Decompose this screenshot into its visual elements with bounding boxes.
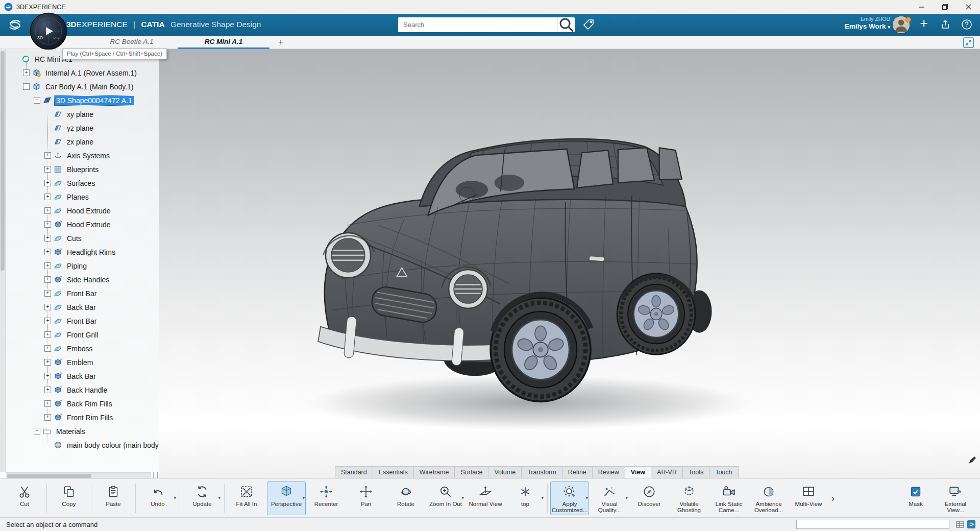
car-model[interactable] — [159, 49, 980, 478]
tree-item-back-handle[interactable]: +Back Handle — [6, 383, 159, 397]
workbench-tab-transform[interactable]: Transform — [521, 466, 562, 478]
tree-expander[interactable]: − — [34, 428, 40, 435]
tree-expander[interactable]: + — [23, 69, 30, 76]
action-volatile-ghosting[interactable]: Volatile Ghosting — [670, 481, 708, 515]
tree-expander[interactable]: + — [44, 180, 51, 186]
tab-rc-mini[interactable]: RC Mini A.1 — [178, 36, 270, 49]
tree-vertical-scrollbar[interactable] — [0, 49, 6, 472]
workbench-tab-ar-vr[interactable]: AR-VR — [651, 466, 683, 478]
tree-expander[interactable]: + — [44, 400, 51, 407]
tree-item-xy-plane[interactable]: xy plane — [6, 107, 159, 121]
tree-expander[interactable]: − — [34, 97, 40, 104]
tree-item-materials[interactable]: −Materials — [6, 424, 159, 438]
tree-expander[interactable]: + — [44, 304, 51, 310]
tree-expander[interactable]: + — [44, 262, 51, 269]
workbench-tab-tools[interactable]: Tools — [682, 466, 709, 478]
action-fit-all-in[interactable]: Fit All In — [227, 481, 266, 515]
tree-item-yz-plane[interactable]: yz plane — [6, 121, 159, 135]
scrollbar-thumb[interactable] — [7, 474, 91, 478]
action-rotate[interactable]: Rotate — [386, 481, 425, 515]
tree-item-back-bar[interactable]: +Back Bar — [6, 300, 159, 314]
tree-expander[interactable]: + — [44, 166, 51, 173]
workbench-tab-essentials[interactable]: Essentials — [373, 466, 414, 478]
tab-rc-beetle[interactable]: RC Beetle A.1 — [86, 36, 178, 49]
close-button[interactable] — [957, 0, 980, 14]
workspace-selector[interactable]: Emilys Work▾ — [845, 22, 890, 30]
action-undo[interactable]: Undo▾ — [138, 481, 177, 515]
search-input[interactable] — [398, 21, 557, 29]
tree-item-side-handles[interactable]: +Side Handles — [6, 273, 159, 286]
action-overflow-button[interactable]: › — [829, 483, 837, 514]
tree-item-car-body-a-1-main-body-1[interactable]: −Car Body A.1 (Main Body.1) — [6, 80, 159, 93]
dropdown-arrow-icon[interactable]: ▾ — [174, 495, 176, 500]
action-top[interactable]: top▾ — [506, 481, 545, 515]
tree-expander[interactable]: + — [44, 152, 51, 159]
tree-item-front-bar[interactable]: +Front Bar — [6, 286, 159, 300]
tree-item-3d-shape00047472-a-1[interactable]: −3D Shape00047472 A.1 — [6, 93, 159, 107]
tree-expander[interactable]: + — [44, 194, 51, 200]
pen-icon[interactable] — [968, 455, 977, 465]
tree-item-zx-plane[interactable]: zx plane — [6, 135, 159, 149]
tree-expander[interactable]: + — [44, 207, 51, 214]
tag-icon[interactable] — [582, 18, 595, 31]
workbench-tab-standard[interactable]: Standard — [335, 466, 373, 478]
action-perspective[interactable]: Perspective▾ — [267, 481, 306, 515]
tree-expander[interactable]: + — [44, 373, 51, 379]
search-icon[interactable] — [557, 17, 575, 32]
tree-item-hood-extrude[interactable]: +Hood Extrude — [6, 204, 159, 218]
workbench-tab-wireframe[interactable]: Wireframe — [413, 466, 455, 478]
new-tab-button[interactable]: + — [270, 36, 292, 49]
action-pan[interactable]: Pan — [347, 481, 385, 515]
tree-item-hood-extrude[interactable]: +Hood Extrude — [6, 218, 159, 231]
tree-item-emboss[interactable]: +Emboss — [6, 342, 159, 355]
minimize-button[interactable] — [910, 0, 933, 14]
tree-item-piping[interactable]: +Piping — [6, 259, 159, 273]
workbench-tab-touch[interactable]: Touch — [709, 466, 738, 478]
restore-button[interactable] — [933, 0, 957, 14]
maximize-viewport-icon[interactable] — [963, 37, 974, 48]
workbench-tab-review[interactable]: Review — [592, 466, 625, 478]
tree-horizontal-scrollbar[interactable] — [6, 472, 151, 478]
action-paste[interactable]: Paste — [94, 481, 133, 515]
action-cut[interactable]: Cut — [5, 481, 44, 515]
tree-item-front-grill[interactable]: +Front Grill — [6, 328, 159, 342]
add-content-button[interactable]: + — [917, 16, 931, 30]
workbench-tab-surface[interactable]: Surface — [454, 466, 488, 478]
tree-expander[interactable]: + — [44, 318, 51, 324]
viewport-3d[interactable]: StandardEssentialsWireframeSurfaceVolume… — [159, 49, 980, 478]
action-normal-view[interactable]: Normal View — [466, 481, 505, 515]
tree-item-blueprints[interactable]: +Blueprints — [6, 162, 159, 176]
tree-item-axis-systems[interactable]: +Axis Systems — [6, 149, 159, 162]
tree-item-headlight-rims[interactable]: +Headlight Rims — [6, 245, 159, 259]
tree-item-emblem[interactable]: +Emblem — [6, 355, 159, 369]
dropdown-arrow-icon[interactable]: ▾ — [585, 495, 588, 500]
tree-expander[interactable]: + — [44, 249, 51, 255]
robot-compass[interactable]: 3D V.R — [30, 12, 67, 50]
tree-expander[interactable]: + — [44, 290, 51, 297]
tree-item-surfaces[interactable]: +Surfaces — [6, 176, 159, 190]
tree-expander[interactable]: + — [44, 276, 51, 283]
action-discover[interactable]: Discover — [630, 481, 669, 515]
table-icon[interactable] — [955, 520, 965, 529]
tree-expander[interactable]: + — [44, 235, 51, 242]
tree-item-front-rim-fills[interactable]: +Front Rim Fills — [6, 411, 159, 424]
tree-expander[interactable]: + — [44, 331, 51, 338]
action-link-static-came[interactable]: Link Static Came... — [709, 481, 748, 515]
dropdown-arrow-icon[interactable]: ▾ — [625, 495, 628, 500]
user-block[interactable]: Emily ZHOU Emilys Work▾ — [845, 16, 890, 30]
action-mask[interactable]: Mask — [896, 481, 935, 515]
tree-expander[interactable]: + — [44, 387, 51, 393]
dropdown-arrow-icon[interactable]: ▾ — [541, 495, 544, 500]
dropdown-arrow-icon[interactable]: ▾ — [461, 495, 464, 500]
workbench-tab-view[interactable]: View — [625, 466, 651, 478]
action-update[interactable]: Update▾ — [183, 481, 222, 515]
action-zoom-in-out[interactable]: Zoom In Out▾ — [426, 481, 465, 515]
command-input[interactable] — [796, 520, 949, 529]
tree-item-back-rim-fills[interactable]: +Back Rim Fills — [6, 397, 159, 411]
help-icon[interactable] — [960, 17, 974, 32]
action-recenter[interactable]: Recenter — [307, 481, 346, 515]
dropdown-arrow-icon[interactable]: ▾ — [302, 495, 305, 500]
tree-expander[interactable]: + — [44, 414, 51, 421]
action-ambience-overload[interactable]: Ambience Overload... — [749, 481, 788, 515]
search-bar[interactable] — [398, 17, 575, 32]
